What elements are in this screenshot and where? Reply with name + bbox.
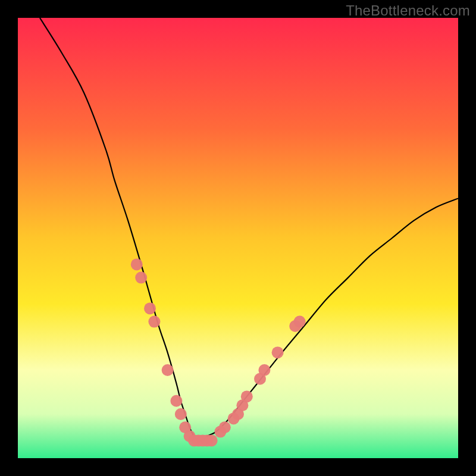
curve-marker <box>131 258 143 270</box>
curve-marker <box>162 364 174 376</box>
watermark-text: TheBottleneck.com <box>346 2 470 19</box>
outer-frame: TheBottleneck.com <box>0 0 476 476</box>
curve-marker <box>258 364 270 376</box>
curve-marker <box>219 421 231 433</box>
curve-marker <box>135 272 147 284</box>
curve-marker <box>170 395 182 407</box>
curve-marker <box>148 316 160 328</box>
curve-marker <box>272 346 284 358</box>
curve-marker <box>206 434 218 446</box>
curve-marker <box>241 390 253 402</box>
curve-marker <box>144 302 156 314</box>
curve-marker <box>294 316 306 328</box>
chart-svg <box>18 18 458 458</box>
plot-area <box>18 18 458 458</box>
curve-marker <box>175 408 187 420</box>
